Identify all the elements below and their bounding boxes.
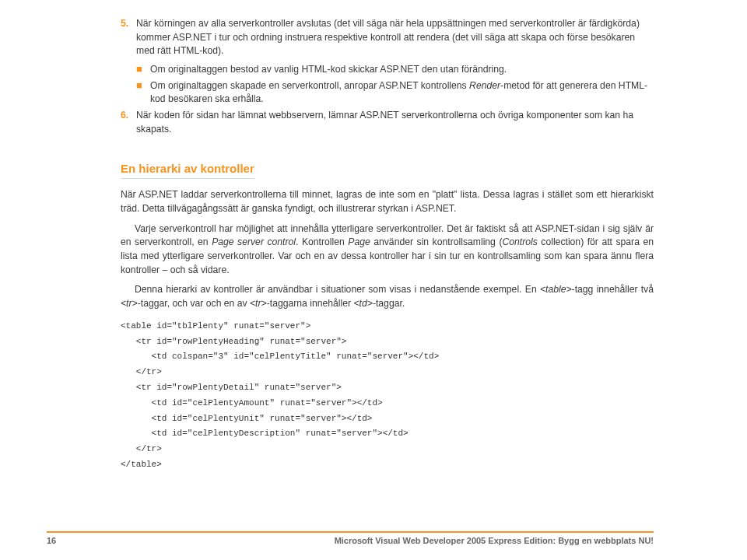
paragraph-3: Denna hierarki av kontroller är användba… <box>121 283 654 310</box>
italic-text: <td> <box>353 298 372 309</box>
page-number: 16 <box>47 535 56 548</box>
text-run: -taggarna innehåller <box>267 298 354 309</box>
section-heading: En hierarki av kontroller <box>121 160 254 180</box>
ordered-item-6: 6. När koden för sidan har lämnat webbse… <box>121 109 654 136</box>
italic-text: Controls <box>502 236 537 247</box>
ordered-text: När körningen av alla serverkontroller a… <box>136 17 654 58</box>
square-bullet-icon: ■ <box>136 79 150 107</box>
footer-row: 16 Microsoft Visual Web Developer 2005 E… <box>47 535 654 548</box>
bullet-item-1: ■ Om originaltaggen bestod av vanlig HTM… <box>136 63 654 77</box>
document-page: 5. När körningen av alla serverkontrolle… <box>0 0 747 560</box>
ordered-text: När koden för sidan har lämnat webbserve… <box>136 109 654 136</box>
text-run: -taggar. <box>373 298 405 309</box>
italic-text: Page <box>348 236 370 247</box>
bullet-text: Om originaltaggen bestod av vanlig HTML-… <box>150 63 654 77</box>
square-bullet-icon: ■ <box>136 63 150 77</box>
page-footer: 16 Microsoft Visual Web Developer 2005 E… <box>0 531 747 548</box>
italic-text: Render <box>469 80 500 91</box>
ordered-item-5: 5. När körningen av alla serverkontrolle… <box>121 17 654 58</box>
paragraph-1: När ASP.NET laddar serverkontrollerna ti… <box>121 188 654 215</box>
ordered-number: 6. <box>121 109 136 136</box>
ordered-number: 5. <box>121 17 136 58</box>
text-run: Om originaltaggen skapade en serverkontr… <box>150 80 469 91</box>
footer-title: Microsoft Visual Web Developer 2005 Expr… <box>335 535 654 548</box>
bullet-text: Om originaltaggen skapade en serverkontr… <box>150 79 654 107</box>
bullet-item-2: ■ Om originaltaggen skapade en serverkon… <box>136 79 654 107</box>
text-run: -taggar, och var och en av <box>138 298 250 309</box>
code-block: <table id="tblPlenty" runat="server"> <t… <box>121 319 654 473</box>
text-run: -tagg innehåller två <box>572 284 654 295</box>
text-run: använder sin kontrollsamling ( <box>370 236 503 247</box>
footer-rule <box>47 531 654 533</box>
italic-text: <tr> <box>250 298 267 309</box>
paragraph-2: Varje serverkontroll har möjlighet att i… <box>121 222 654 278</box>
text-run: Denna hierarki av kontroller är användba… <box>135 284 540 295</box>
text-run: . Kontrollen <box>296 236 348 247</box>
italic-text: Page server control <box>212 236 296 247</box>
italic-text: <tr> <box>121 298 138 309</box>
italic-text: <table> <box>540 284 572 295</box>
